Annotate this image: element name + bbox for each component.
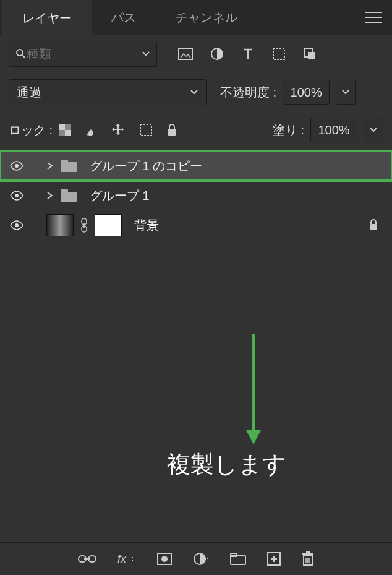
panel-tabs: レイヤー パス チャンネル bbox=[0, 0, 392, 35]
lock-label: ロック : bbox=[9, 122, 53, 139]
svg-rect-3 bbox=[273, 48, 284, 59]
layers-list: グループ 1 のコピー グループ 1 bbox=[0, 149, 392, 542]
link-layers-icon[interactable] bbox=[78, 554, 96, 564]
adjustment-layer-icon[interactable] bbox=[193, 552, 209, 566]
svg-rect-12 bbox=[61, 162, 77, 172]
layer-mask-thumbnail[interactable] bbox=[95, 214, 122, 236]
layer-row[interactable]: 背景 bbox=[0, 210, 392, 240]
visibility-toggle[interactable] bbox=[7, 220, 26, 230]
lock-position-icon[interactable] bbox=[111, 123, 126, 137]
svg-rect-9 bbox=[140, 124, 151, 136]
filter-row bbox=[0, 35, 392, 73]
svg-point-14 bbox=[15, 194, 19, 197]
filter-type-icon[interactable] bbox=[241, 47, 255, 61]
svg-rect-16 bbox=[61, 189, 68, 192]
expand-toggle[interactable] bbox=[46, 191, 54, 200]
filter-adjustment-icon[interactable] bbox=[210, 47, 224, 61]
fill-dropdown[interactable] bbox=[364, 118, 383, 142]
lock-painting-icon[interactable] bbox=[85, 123, 97, 137]
svg-rect-7 bbox=[59, 124, 65, 130]
layer-row[interactable]: グループ 1 bbox=[0, 181, 392, 210]
svg-rect-15 bbox=[61, 192, 77, 202]
blend-row: 通過 不透明度 : 100% bbox=[0, 73, 392, 111]
panel-menu-icon[interactable] bbox=[365, 11, 382, 24]
svg-rect-10 bbox=[168, 129, 176, 136]
fill-label: 塗り : bbox=[273, 122, 304, 139]
blend-mode-value: 通過 bbox=[17, 84, 41, 101]
lock-artboard-icon[interactable] bbox=[139, 123, 153, 137]
tab-channels[interactable]: チャンネル bbox=[156, 1, 257, 35]
layer-row[interactable]: グループ 1 のコピー bbox=[0, 151, 392, 181]
separator bbox=[36, 156, 36, 176]
svg-point-0 bbox=[17, 50, 23, 56]
svg-rect-30 bbox=[231, 553, 237, 556]
fx-icon[interactable]: fx bbox=[117, 552, 136, 566]
filter-toggle[interactable] bbox=[334, 48, 336, 59]
layer-name[interactable]: 背景 bbox=[134, 217, 159, 234]
delete-layer-icon[interactable] bbox=[302, 551, 314, 566]
layer-thumbnail[interactable] bbox=[46, 214, 74, 236]
tab-paths[interactable]: パス bbox=[92, 1, 156, 35]
svg-rect-20 bbox=[370, 224, 377, 230]
filter-input[interactable] bbox=[27, 47, 142, 61]
folder-icon bbox=[60, 189, 77, 202]
svg-rect-29 bbox=[231, 556, 245, 564]
new-layer-icon[interactable] bbox=[267, 552, 281, 566]
filter-smartobject-icon[interactable] bbox=[303, 47, 317, 61]
visibility-toggle[interactable] bbox=[7, 161, 26, 171]
layer-name[interactable]: グループ 1 bbox=[90, 188, 150, 204]
chevron-down-icon bbox=[190, 88, 198, 97]
layers-footer: fx bbox=[0, 542, 392, 575]
link-icon[interactable] bbox=[80, 218, 88, 233]
separator bbox=[36, 186, 36, 205]
expand-toggle[interactable] bbox=[46, 162, 54, 170]
fill-input[interactable]: 100% bbox=[310, 118, 357, 142]
lock-all-icon[interactable] bbox=[166, 123, 177, 137]
lock-transparency-icon[interactable] bbox=[59, 124, 71, 136]
chevron-down-icon bbox=[369, 126, 378, 134]
layer-name[interactable]: グループ 1 のコピー bbox=[90, 158, 202, 175]
chevron-down-icon bbox=[341, 88, 350, 97]
visibility-toggle[interactable] bbox=[7, 191, 26, 201]
opacity-dropdown[interactable] bbox=[336, 80, 356, 105]
filter-image-icon[interactable] bbox=[178, 48, 193, 60]
blend-mode-select[interactable]: 通過 bbox=[9, 79, 207, 105]
svg-point-11 bbox=[15, 164, 19, 168]
svg-point-27 bbox=[161, 556, 168, 562]
new-group-icon[interactable] bbox=[230, 553, 246, 565]
svg-marker-22 bbox=[246, 430, 261, 444]
separator bbox=[36, 215, 36, 235]
svg-point-17 bbox=[15, 223, 19, 227]
svg-text:fx: fx bbox=[117, 553, 127, 565]
filter-select[interactable] bbox=[9, 41, 157, 67]
filter-shape-icon[interactable] bbox=[272, 47, 286, 61]
opacity-input[interactable]: 100% bbox=[283, 80, 330, 105]
annotation-arrow bbox=[241, 334, 266, 446]
svg-rect-1 bbox=[179, 48, 192, 59]
chevron-down-icon bbox=[142, 50, 150, 58]
svg-rect-13 bbox=[61, 160, 68, 163]
lock-row: ロック : 塗り : 100% bbox=[0, 111, 392, 149]
lock-icon[interactable] bbox=[369, 219, 378, 231]
svg-rect-8 bbox=[65, 130, 71, 136]
folder-icon bbox=[60, 159, 77, 173]
annotation-text: 複製します bbox=[167, 449, 286, 480]
tab-layers[interactable]: レイヤー bbox=[2, 0, 92, 35]
opacity-label: 不透明度 : bbox=[220, 84, 276, 101]
mask-icon[interactable] bbox=[157, 553, 172, 565]
search-icon bbox=[15, 48, 27, 59]
svg-rect-5 bbox=[308, 52, 315, 59]
